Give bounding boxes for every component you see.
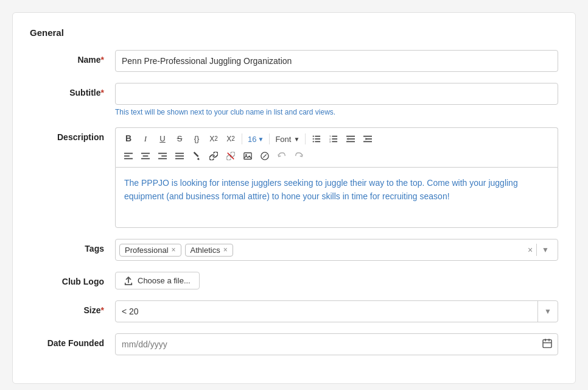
toolbar-divider-1 (242, 133, 242, 144)
svg-line-36 (263, 154, 266, 157)
description-control-wrap: B I U S {} X2 X2 16 ▼ Font ▼ (115, 127, 558, 228)
svg-rect-6 (332, 136, 338, 137)
font-size-value: 16 (248, 135, 256, 144)
font-selector-arrow: ▼ (293, 136, 299, 143)
tag-athletics-remove[interactable]: × (223, 246, 228, 254)
description-content[interactable]: The PPPJO is looking for intense juggler… (115, 167, 558, 228)
unlink-button[interactable] (223, 148, 239, 164)
toolbar-row-1: B I U S {} X2 X2 16 ▼ Font ▼ (121, 131, 553, 147)
svg-rect-13 (349, 138, 355, 140)
date-founded-row: Date Founded (30, 333, 558, 355)
choose-file-label: Choose a file... (138, 276, 191, 285)
subtitle-hint: This text will be shown next to your clu… (115, 108, 558, 116)
toolbar-row-2 (121, 148, 553, 164)
redo-button[interactable] (291, 148, 307, 164)
choose-file-button[interactable]: Choose a file... (115, 272, 200, 289)
club-logo-control-wrap: Choose a file... (115, 272, 558, 289)
font-name-label: Font (275, 135, 291, 144)
svg-rect-29 (175, 153, 184, 154)
font-size-selector[interactable]: 16 ▼ (245, 133, 266, 145)
toolbar-divider-2 (269, 133, 270, 144)
tags-dropdown-button[interactable]: ▼ (537, 244, 554, 255)
date-founded-control-wrap (115, 333, 558, 355)
align-justify-button[interactable] (172, 148, 187, 164)
card-title: General (30, 27, 558, 38)
club-logo-row: Club Logo Choose a file... (30, 272, 558, 289)
subscript-button[interactable]: X2 (223, 131, 239, 147)
svg-rect-18 (363, 141, 372, 143)
svg-rect-24 (143, 155, 149, 157)
unordered-list-button[interactable] (309, 131, 324, 147)
size-select[interactable]: < 20 ▼ (115, 300, 558, 322)
italic-button[interactable]: I (138, 131, 153, 147)
toolbar-divider-3 (305, 133, 306, 144)
svg-marker-15 (346, 138, 349, 140)
svg-rect-26 (158, 153, 167, 154)
svg-rect-1 (315, 138, 321, 140)
tags-actions: × ▼ (524, 244, 554, 256)
tags-input[interactable]: Professional × Athletics × × ▼ (115, 239, 558, 261)
clear-format-button[interactable] (257, 148, 273, 164)
ordered-list-button[interactable]: 123 (326, 131, 341, 147)
tag-athletics-label: Athletics (191, 246, 220, 255)
date-founded-input[interactable] (115, 333, 558, 355)
svg-point-5 (313, 141, 314, 142)
code-button[interactable]: {} (189, 131, 205, 147)
general-form-card: General Name* Subtitle* This text will b… (12, 12, 576, 384)
font-selector[interactable]: Font ▼ (273, 133, 302, 145)
undo-button[interactable] (274, 148, 290, 164)
svg-rect-8 (332, 141, 338, 143)
image-button[interactable] (240, 148, 256, 164)
size-dropdown-button[interactable]: ▼ (538, 307, 558, 316)
club-logo-label: Club Logo (30, 272, 115, 286)
svg-point-4 (313, 138, 314, 140)
upload-icon (124, 277, 133, 285)
subtitle-row: Subtitle* This text will be shown next t… (30, 83, 558, 116)
align-left-button[interactable] (121, 148, 136, 164)
size-value: < 20 (116, 307, 537, 316)
name-input[interactable] (115, 50, 558, 72)
svg-rect-31 (175, 158, 184, 160)
date-founded-label: Date Founded (30, 333, 115, 348)
strikethrough-button[interactable]: S (172, 131, 187, 147)
tags-row: Tags Professional × Athletics × × ▼ (30, 239, 558, 261)
svg-line-32 (228, 153, 234, 160)
svg-rect-21 (124, 155, 130, 157)
svg-point-3 (313, 136, 314, 137)
svg-rect-14 (346, 141, 355, 143)
name-label: Name* (30, 50, 115, 65)
tag-athletics: Athletics × (185, 244, 233, 257)
align-center-button[interactable] (138, 148, 153, 164)
tags-clear-button[interactable]: × (524, 244, 536, 256)
tag-professional: Professional × (119, 244, 181, 257)
subtitle-label: Subtitle* (30, 83, 115, 98)
svg-rect-33 (244, 153, 251, 160)
svg-rect-28 (158, 158, 167, 160)
svg-rect-20 (124, 153, 133, 154)
paint-button[interactable] (189, 148, 205, 164)
subtitle-input[interactable] (115, 83, 558, 105)
tags-label: Tags (30, 239, 115, 254)
tags-control-wrap: Professional × Athletics × × ▼ (115, 239, 558, 261)
svg-rect-0 (315, 136, 321, 137)
description-row: Description B I U S {} X2 X2 16 ▼ (30, 127, 558, 228)
indent-increase-button[interactable] (360, 131, 376, 147)
indent-decrease-button[interactable] (343, 131, 359, 147)
svg-rect-23 (141, 153, 150, 154)
svg-rect-12 (346, 136, 355, 137)
name-row: Name* (30, 50, 558, 72)
size-label: Size* (30, 300, 115, 315)
superscript-button[interactable]: X2 (206, 131, 222, 147)
underline-button[interactable]: U (155, 131, 170, 147)
svg-marker-19 (366, 138, 368, 140)
bold-button[interactable]: B (121, 131, 136, 147)
font-size-arrow: ▼ (257, 136, 264, 143)
svg-rect-16 (363, 136, 372, 137)
date-founded-wrap (115, 333, 558, 355)
tag-professional-remove[interactable]: × (172, 246, 176, 254)
link-button[interactable] (206, 148, 222, 164)
align-right-button[interactable] (155, 148, 170, 164)
svg-rect-7 (332, 138, 338, 140)
description-toolbar: B I U S {} X2 X2 16 ▼ Font ▼ (115, 127, 558, 167)
size-row: Size* < 20 ▼ (30, 300, 558, 322)
